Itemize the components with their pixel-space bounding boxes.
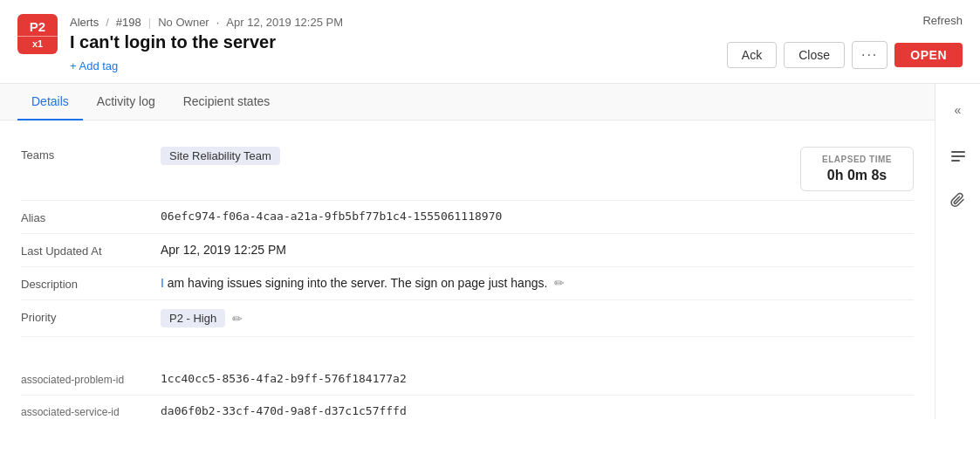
field-row-problem-id: associated-problem-id 1cc40cc5-8536-4fa2… (21, 363, 914, 396)
svg-rect-2 (951, 160, 960, 162)
field-value-priority: P2 - High ✏ (161, 309, 243, 327)
tab-activity-log[interactable]: Activity log (83, 84, 169, 120)
description-edit-icon[interactable]: ✏ (554, 276, 565, 290)
field-value-alias: 06efc974-f06a-4caa-a21a-9fb5bf77b1c4-155… (161, 210, 502, 223)
more-button[interactable]: ··· (852, 41, 887, 69)
field-label-problem-id: associated-problem-id (21, 372, 161, 386)
top-right-section: Refresh Ack Close ··· OPEN (727, 14, 963, 69)
field-row-teams: Teams Site Reliability Team ELAPSED TIME… (21, 138, 914, 201)
field-value-last-updated: Apr 12, 2019 12:25 PM (161, 243, 286, 257)
elapsed-value: 0h 0m 8s (813, 168, 901, 183)
field-row-service-id: associated-service-id da06f0b2-33cf-470d… (21, 396, 914, 419)
alias-text: 06efc974-f06a-4caa-a21a-9fb5bf77b1c4-155… (161, 210, 502, 223)
alert-info: Alerts / #198 | No Owner · Apr 12, 2019 … (70, 14, 343, 72)
refresh-button[interactable]: Refresh (922, 14, 963, 27)
elapsed-seconds: 8s (871, 168, 887, 182)
priority-badge: P2 x1 (17, 14, 58, 54)
team-badge: Site Reliability Team (161, 147, 280, 165)
main-layout: Details Activity log Recipient states Te… (0, 84, 980, 419)
field-row-alias: Alias 06efc974-f06a-4caa-a21a-9fb5bf77b1… (21, 201, 914, 234)
field-label-description: Description (21, 276, 161, 291)
svg-rect-0 (951, 151, 965, 153)
field-label-last-updated: Last Updated At (21, 243, 161, 258)
priority-label: P2 (30, 19, 45, 34)
attachment-icon[interactable] (942, 185, 974, 217)
field-label-priority: Priority (21, 309, 161, 324)
field-value-problem-id: 1cc40cc5-8536-4fa2-b9ff-576f184177a2 (161, 372, 407, 385)
field-label-teams: Teams (21, 147, 161, 162)
details-panel: Teams Site Reliability Team ELAPSED TIME… (0, 120, 935, 419)
tabs-bar: Details Activity log Recipient states (0, 84, 935, 120)
teams-left: Site Reliability Team (161, 147, 280, 165)
refresh-row: Refresh (727, 14, 963, 27)
elapsed-time-box: ELAPSED TIME 0h 0m 8s (800, 147, 914, 191)
add-tag-button[interactable]: + Add tag (70, 59, 343, 72)
top-left-section: P2 x1 Alerts / #198 | No Owner · Apr 12,… (17, 14, 343, 72)
collapse-sidebar-button[interactable]: « (942, 94, 974, 126)
priority-edit-icon[interactable]: ✏ (232, 312, 243, 326)
right-sidebar: « (935, 84, 980, 419)
elapsed-label: ELAPSED TIME (813, 155, 901, 164)
problem-id-text: 1cc40cc5-8536-4fa2-b9ff-576f184177a2 (161, 372, 407, 385)
top-bar: P2 x1 Alerts / #198 | No Owner · Apr 12,… (0, 0, 980, 84)
field-row-last-updated: Last Updated At Apr 12, 2019 12:25 PM (21, 234, 914, 267)
owner: No Owner (158, 16, 209, 29)
elapsed-hours: 0h (827, 168, 844, 182)
description-link-i: I (161, 276, 164, 290)
meta-separator: · (216, 16, 220, 29)
alert-date: Apr 12, 2019 12:25 PM (226, 16, 343, 29)
field-label-alias: Alias (21, 210, 161, 224)
breadcrumb-separator: / (106, 16, 109, 29)
breadcrumb-alerts[interactable]: Alerts (70, 16, 99, 29)
close-button[interactable]: Close (784, 42, 845, 68)
field-value-teams: Site Reliability Team ELAPSED TIME 0h 0m… (161, 147, 914, 191)
tab-recipient-states[interactable]: Recipient states (169, 84, 284, 120)
field-value-description: I am having issues signing into the serv… (161, 276, 565, 290)
content-area: Details Activity log Recipient states Te… (0, 84, 935, 419)
field-value-service-id: da06f0b2-33cf-470d-9a8f-d37c1c57fffd (161, 404, 407, 417)
alert-meta: Alerts / #198 | No Owner · Apr 12, 2019 … (70, 16, 343, 29)
field-label-service-id: associated-service-id (21, 404, 161, 418)
ack-button[interactable]: Ack (727, 42, 777, 68)
count-label: x1 (17, 36, 58, 49)
section-divider (21, 346, 914, 360)
breadcrumb-id: #198 (116, 16, 141, 29)
action-buttons: Ack Close ··· OPEN (727, 41, 963, 69)
field-row-priority: Priority P2 - High ✏ (21, 300, 914, 337)
priority-tag: P2 - High (161, 309, 225, 327)
tab-details[interactable]: Details (17, 84, 83, 120)
svg-rect-1 (951, 155, 965, 157)
field-row-description: Description I am having issues signing i… (21, 267, 914, 300)
activity-log-icon[interactable] (942, 141, 974, 173)
elapsed-minutes: 0m (847, 168, 867, 182)
alert-title: I can't login to the server (70, 32, 343, 52)
description-text: I am having issues signing into the serv… (161, 276, 547, 290)
open-button[interactable]: OPEN (894, 43, 963, 67)
meta-dot: | (148, 16, 151, 29)
service-id-text: da06f0b2-33cf-470d-9a8f-d37c1c57fffd (161, 404, 407, 417)
